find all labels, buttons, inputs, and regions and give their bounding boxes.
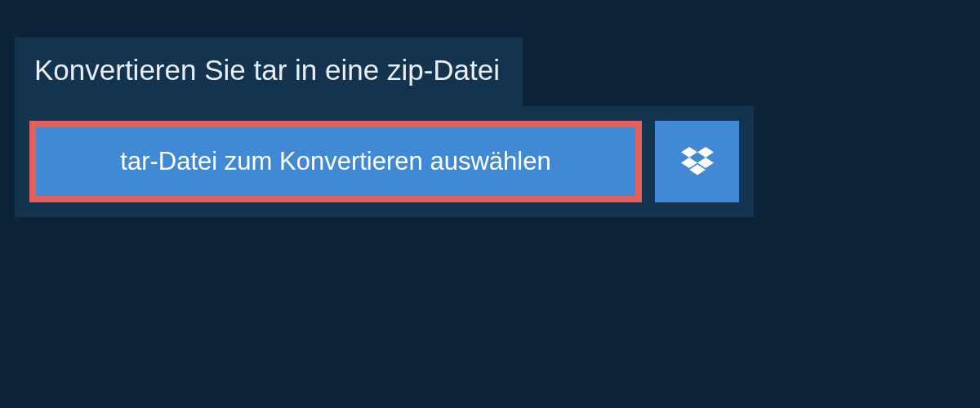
button-row: tar-Datei zum Konvertieren auswählen bbox=[15, 106, 754, 217]
dropbox-button[interactable] bbox=[655, 121, 739, 202]
select-file-button[interactable]: tar-Datei zum Konvertieren auswählen bbox=[29, 121, 642, 202]
header-row: Konvertieren Sie tar in eine zip-Datei bbox=[15, 38, 754, 106]
select-file-label: tar-Datei zum Konvertieren auswählen bbox=[120, 147, 550, 176]
dropbox-icon bbox=[681, 147, 714, 176]
header-spacer bbox=[523, 38, 754, 106]
converter-panel: Konvertieren Sie tar in eine zip-Datei t… bbox=[15, 38, 754, 217]
page-title: Konvertieren Sie tar in eine zip-Datei bbox=[15, 38, 523, 106]
